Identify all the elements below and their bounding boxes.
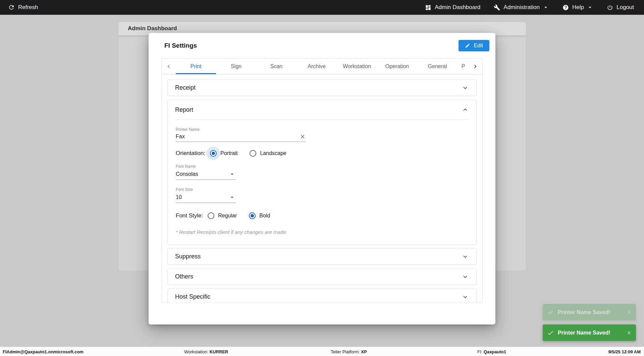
suppress-section-label: Suppress [175, 253, 201, 260]
radio-selected-icon [210, 150, 217, 157]
help-icon [562, 4, 569, 11]
close-icon [627, 330, 632, 335]
settings-tab-container: Print Sign Scan Archive Workstation Oper… [161, 58, 483, 303]
check-icon [547, 329, 554, 336]
refresh-label: Refresh [18, 4, 38, 11]
landscape-option-label: Landscape [260, 150, 286, 156]
clear-icon [300, 134, 306, 140]
admin-dashboard-nav[interactable]: Admin Dashboard [425, 4, 480, 11]
printer-name-input[interactable] [176, 134, 300, 140]
top-navigation-bar: Refresh Admin Dashboard Administration H… [0, 0, 644, 15]
help-menu[interactable]: Help [562, 4, 593, 11]
orientation-field: Orientation: Portrait Landscape [176, 150, 468, 157]
dropdown-caret-icon [228, 170, 236, 178]
tab-clipped[interactable]: P [458, 59, 468, 74]
font-style-bold-radio[interactable]: Bold [249, 212, 270, 219]
printer-name-label: Printer Name [176, 127, 468, 132]
toast-notification: Printer Name Saved! [543, 324, 636, 341]
refresh-button[interactable]: Refresh [8, 4, 38, 11]
toast-message: Printer Name Saved! [558, 309, 623, 315]
chevron-down-icon [587, 4, 593, 11]
font-name-label: Font Name [176, 164, 468, 169]
tab-scan[interactable]: Scan [256, 59, 297, 74]
toast-close-button[interactable] [627, 330, 632, 335]
others-section-header[interactable]: Others [168, 269, 476, 285]
power-icon [607, 4, 613, 11]
tab-scroll-left-button[interactable] [162, 59, 176, 74]
platform-label: Teller Platform: [331, 349, 360, 354]
restart-note: * Restart Receipts client if any changes… [176, 229, 468, 235]
fi-label: FI: [477, 349, 482, 354]
wrench-icon [494, 4, 500, 11]
font-size-field: Font Size 10 [176, 187, 468, 203]
status-bar: FIAdmin@Qaxpauto1.onmicrosoft.com Workst… [0, 347, 644, 356]
edit-button-label: Edit [474, 43, 483, 49]
platform-value: XP [361, 349, 367, 354]
dialog-header: FI Settings Edit [149, 33, 495, 58]
tab-archive[interactable]: Archive [297, 59, 337, 74]
others-section-label: Others [175, 273, 193, 280]
orientation-portrait-radio[interactable]: Portrait [210, 150, 238, 157]
regular-option-label: Regular [218, 213, 237, 219]
help-label: Help [572, 4, 584, 11]
tab-strip: Print Sign Scan Archive Workstation Oper… [176, 59, 468, 74]
fi-status: FI: Qaxpauto1 [477, 349, 506, 354]
workstation-value: KURRER [210, 349, 228, 354]
dashboard-grid-icon [425, 4, 431, 11]
report-section-label: Report [175, 106, 193, 113]
tab-sign[interactable]: Sign [216, 59, 256, 74]
radio-unselected-icon [208, 212, 214, 219]
orientation-label: Orientation: [176, 150, 205, 157]
font-size-select[interactable]: 10 [176, 194, 236, 203]
fi-value: Qaxpauto1 [484, 349, 506, 354]
pencil-icon [465, 43, 470, 48]
host-specific-section-label: Host Specific [175, 293, 210, 300]
bold-option-label: Bold [259, 213, 270, 219]
dropdown-caret-icon [228, 194, 236, 201]
administration-menu[interactable]: Administration [494, 4, 549, 11]
font-style-label: Font Style: [176, 212, 203, 219]
receipt-section-header[interactable]: Receipt [168, 80, 476, 96]
workstation-label: Workstation: [184, 349, 208, 354]
teller-platform-status: Teller Platform: XP [331, 349, 367, 354]
administration-label: Administration [503, 4, 540, 11]
panel-title: Admin Dashboard [128, 25, 177, 32]
suppress-section-header[interactable]: Suppress [168, 249, 476, 264]
tab-operation[interactable]: Operation [377, 59, 417, 74]
font-style-regular-radio[interactable]: Regular [208, 212, 237, 219]
user-email: FIAdmin@Qaxpauto1.onmicrosoft.com [3, 349, 84, 354]
tab-workstation[interactable]: Workstation [337, 59, 377, 74]
clear-printer-name-button[interactable] [300, 134, 306, 140]
tab-print[interactable]: Print [176, 59, 216, 74]
logout-button[interactable]: Logout [607, 4, 634, 11]
radio-selected-icon [249, 212, 256, 219]
chevron-up-icon [462, 106, 469, 113]
toast-close-button[interactable] [627, 310, 632, 315]
font-name-select[interactable]: Consolas [176, 170, 236, 180]
host-specific-section: Host Specific [167, 289, 477, 303]
radio-unselected-icon [250, 150, 256, 157]
font-size-label: Font Size [176, 187, 468, 192]
logout-label: Logout [616, 4, 634, 11]
receipt-section-label: Receipt [175, 84, 196, 91]
workstation-status: Workstation: KURRER [184, 349, 228, 354]
chevron-down-icon [462, 84, 469, 92]
orientation-landscape-radio[interactable]: Landscape [250, 150, 286, 157]
font-name-field: Font Name Consolas [176, 164, 468, 180]
toast-stack: Printer Name Saved! Printer Name Saved! [543, 300, 636, 341]
toast-message: Printer Name Saved! [558, 330, 623, 336]
printer-name-field: Printer Name [176, 127, 468, 142]
refresh-icon [8, 4, 15, 11]
report-section-header[interactable]: Report [168, 100, 476, 119]
toast-notification-fading: Printer Name Saved! [543, 304, 636, 320]
font-name-value: Consolas [176, 171, 198, 177]
check-icon [547, 309, 554, 316]
host-specific-section-header[interactable]: Host Specific [168, 289, 476, 303]
tab-scroll-right-button[interactable] [468, 59, 482, 74]
chevron-down-icon [462, 253, 469, 260]
tab-general[interactable]: General [417, 59, 458, 74]
report-section-body: Printer Name Orientation: Portrait [168, 120, 476, 244]
datetime-status: 9/5/25 12:09 AM [608, 349, 641, 354]
edit-button[interactable]: Edit [459, 40, 489, 51]
chevron-down-icon [462, 273, 469, 281]
